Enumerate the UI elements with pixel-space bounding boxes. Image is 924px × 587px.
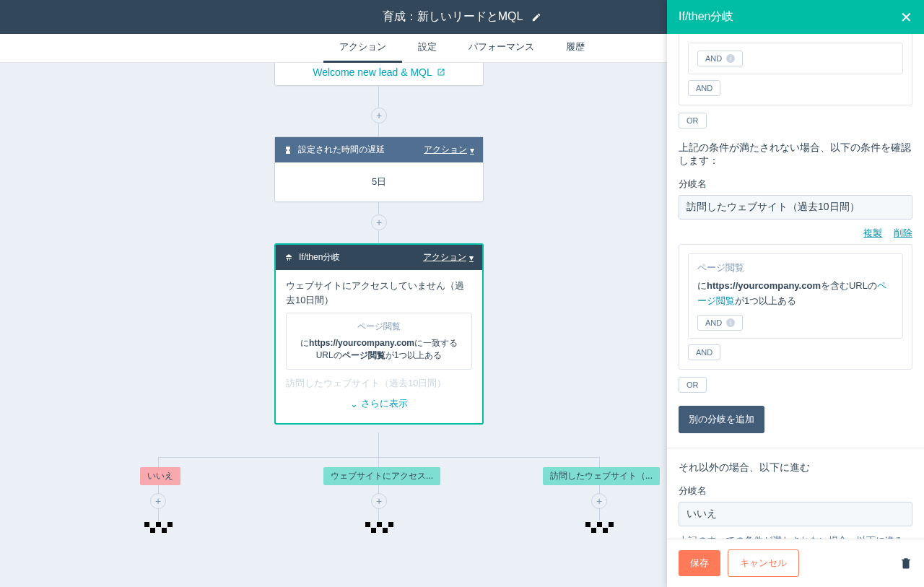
connector: [378, 432, 379, 457]
close-icon[interactable]: ✕: [900, 9, 912, 26]
tab-history[interactable]: 履歴: [550, 34, 601, 63]
edit-icon[interactable]: [531, 12, 541, 22]
panel-header: If/then分岐 ✕: [667, 0, 924, 34]
field-label: 分岐名: [679, 484, 912, 497]
node-action-menu[interactable]: アクション▾: [423, 251, 474, 264]
and-pill[interactable]: ANDi: [697, 315, 743, 331]
or-pill[interactable]: OR: [679, 113, 707, 129]
branch-chip-no[interactable]: いいえ: [140, 467, 180, 485]
add-step-button[interactable]: +: [150, 493, 166, 509]
add-step-button[interactable]: +: [371, 108, 387, 123]
condition-box: ページ閲覧 にhttps://yourcompany.comに一致するURLのペ…: [286, 313, 472, 370]
else-description: 上記のすべての条件が満たされない場合、以下に進みます：: [679, 534, 912, 539]
branch-chip-yes2[interactable]: 訪問したウェブサイト（...: [543, 467, 660, 485]
branch-name-input[interactable]: [679, 195, 912, 219]
cancel-button[interactable]: キャンセル: [728, 549, 799, 577]
end-icon: [585, 522, 614, 533]
duplicate-link[interactable]: 複製: [863, 227, 882, 238]
hourglass-icon: [284, 146, 292, 155]
add-branch-button[interactable]: 別の分岐を追加: [679, 406, 764, 433]
or-pill[interactable]: OR: [679, 377, 707, 393]
trash-icon[interactable]: [899, 557, 912, 570]
delay-value: 5日: [275, 162, 483, 201]
and-pill[interactable]: AND: [688, 344, 720, 360]
add-step-button[interactable]: +: [591, 493, 607, 509]
external-link-icon: [437, 68, 445, 77]
branch-name-input[interactable]: [679, 502, 912, 526]
branch-chip-yes1[interactable]: ウェブサイトにアクセス...: [323, 467, 440, 485]
tab-settings[interactable]: 設定: [402, 34, 453, 63]
tab-performance[interactable]: パフォーマンス: [453, 34, 550, 63]
node-email[interactable]: Welcome new lead & MQL: [274, 63, 484, 86]
add-step-button[interactable]: +: [371, 493, 387, 509]
email-link[interactable]: Welcome new lead & MQL: [275, 63, 483, 85]
add-step-button[interactable]: +: [371, 214, 387, 230]
else-heading: それ以外の場合、以下に進む: [679, 461, 912, 474]
node-delay[interactable]: 設定された時間の遅延 アクション▾ 5日: [274, 136, 484, 202]
and-pill[interactable]: ANDi: [697, 51, 743, 66]
node-branch[interactable]: If/then分岐 アクション▾ ウェブサイトにアクセスしていません（過去10日…: [274, 243, 484, 425]
connector: [158, 457, 600, 458]
node-action-menu[interactable]: アクション▾: [424, 144, 474, 156]
branch-condition-title: ウェブサイトにアクセスしていません（過去10日間）: [286, 279, 472, 307]
page-title: 育成：新しいリードとMQL: [383, 9, 523, 25]
and-pill[interactable]: AND: [688, 80, 720, 96]
note-text: 上記の条件が満たされない場合、以下の条件を確認します：: [679, 142, 912, 168]
criteria-box[interactable]: ページ閲覧 にhttps://yourcompany.comを含むURLのページ…: [688, 253, 903, 339]
end-icon: [144, 522, 173, 533]
save-button[interactable]: 保存: [679, 550, 720, 576]
branch-icon: [284, 253, 293, 262]
field-label: 分岐名: [679, 178, 912, 191]
show-more-button[interactable]: ⌄さらに表示: [286, 390, 472, 414]
side-panel: If/then分岐 ✕ ANDi AND OR 上記の条件が満たされない場合、以…: [667, 0, 924, 587]
delete-link[interactable]: 削除: [894, 227, 912, 238]
tab-action[interactable]: アクション: [323, 34, 402, 63]
end-icon: [365, 522, 393, 533]
